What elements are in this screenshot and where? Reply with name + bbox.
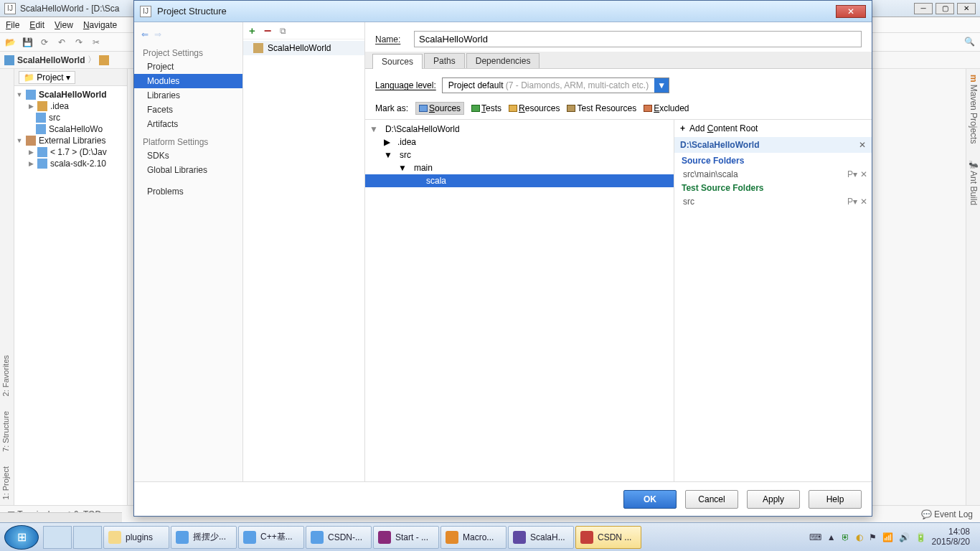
tray-icon[interactable]: ◐ [856,532,863,542]
left-tab-project[interactable]: 1: Project [1,466,12,499]
content-root-path[interactable]: D:\ScalaHelloWorld✕ [674,137,872,153]
tab-paths[interactable]: Paths [424,53,465,68]
taskbar-item[interactable]: plugins [103,526,169,549]
dir-idea[interactable]: .idea [397,137,416,147]
sidebar-facets[interactable]: Facets [134,103,242,117]
menu-file[interactable]: File [6,20,19,30]
status-sep [0,512,122,522]
edit-icon[interactable]: P▾ [847,197,857,207]
tray-icon[interactable]: ▲ [827,532,836,542]
sync-icon[interactable]: ⟳ [39,37,50,48]
cancel-button[interactable]: Cancel [685,490,738,509]
ide-title: ScalaHelloWorld - [D:\Sca [20,4,120,14]
sidebar-problems[interactable]: Problems [134,184,242,199]
menu-view[interactable]: View [55,20,73,30]
dir-scala[interactable]: scala [426,176,446,186]
fwd-icon[interactable]: ⇒ [154,29,161,39]
tab-dependencies[interactable]: Dependencies [466,53,540,68]
edit-icon[interactable]: P▾ [847,169,857,179]
tray-flag-icon[interactable]: ⚑ [869,532,877,542]
taskbar-pin2[interactable] [73,526,102,549]
search-icon[interactable]: 🔍 [964,37,976,48]
ok-button[interactable]: OK [623,490,677,509]
right-tab-maven[interactable]: m Maven Projects [969,75,978,143]
tray-icon[interactable]: ⌨ [809,532,821,542]
sidebar-modules[interactable]: Modules [134,74,242,88]
open-icon[interactable]: 📂 [4,37,16,48]
breadcrumb-text[interactable]: ScalaHelloWorld [17,55,85,65]
sidebar-project[interactable]: Project [134,60,242,74]
mark-test-resources[interactable]: Test Resources [567,103,636,113]
tray-volume-icon[interactable]: 🔊 [899,532,910,542]
tab-sources[interactable]: Sources [372,54,423,69]
tree-sdk[interactable]: scala-sdk-2.10 [50,159,106,169]
taskbar-item[interactable]: Macro... [440,526,507,549]
module-name-input[interactable] [414,31,862,47]
dir-main[interactable]: main [414,163,433,173]
tree-idea[interactable]: .idea [50,101,69,111]
tray-icon[interactable]: ⛨ [842,532,850,542]
undo-icon[interactable]: ↶ [56,37,67,48]
copy-module-icon[interactable]: ⧉ [280,26,286,36]
status-eventlog[interactable]: 💬 Event Log [921,509,973,519]
system-tray[interactable]: ⌨ ▲ ⛨ ◐ ⚑ 📶 🔊 🔋 14:08 2015/8/20 [804,527,976,546]
add-content-root-label[interactable]: Add Content Root [689,123,758,133]
help-button[interactable]: Help [809,490,862,509]
mark-excluded[interactable]: Excluded [644,103,689,113]
tree-root[interactable]: ScalaHelloWorld [39,90,106,100]
taskbar-item[interactable]: C++基... [238,526,304,549]
dialog-titlebar[interactable]: IJ Project Structure ✕ [134,1,872,22]
left-tab-structure[interactable]: 7: Structure [1,411,12,452]
save-icon[interactable]: 💾 [22,37,33,48]
taskbar-item[interactable]: Start - ... [373,526,439,549]
chevron-down-icon[interactable]: ▼ [654,78,669,93]
tree-module[interactable]: ScalaHelloWo [49,124,103,134]
source-tree[interactable]: ▼D:\ScalaHelloWorld ▶.idea ▼src ▼main ▶s… [365,120,674,481]
sidebar-artifacts[interactable]: Artifacts [134,117,242,131]
mark-tests[interactable]: Tests [471,103,501,113]
right-tab-ant[interactable]: 🐜 Ant Build [969,159,978,205]
cut-icon[interactable]: ✂ [90,37,102,48]
dir-src[interactable]: src [400,150,411,160]
sidebar-libraries[interactable]: Libraries [134,88,242,103]
menu-navigate[interactable]: Navigate [83,20,117,30]
module-list-item[interactable]: ScalaHelloWorld [243,41,364,55]
remove-root-icon[interactable]: ✕ [859,140,866,150]
close-button[interactable]: ✕ [957,3,976,14]
sidebar-global-libs[interactable]: Global Libraries [134,163,242,177]
taskbar-item[interactable]: ScalaH... [508,526,574,549]
add-content-root-icon[interactable]: + [680,123,685,133]
source-folder-item[interactable]: src\main\scalaP▾✕ [674,169,872,180]
menu-edit[interactable]: Edit [29,20,44,30]
start-button[interactable]: ⊞ [4,525,39,550]
left-gutter: 2: Favorites 7: Structure 1: Project [0,69,14,505]
tree-extlib[interactable]: External Libraries [39,136,105,146]
remove-icon[interactable]: ✕ [860,169,867,179]
remove-icon[interactable]: ✕ [860,197,867,207]
taskbar-item-active[interactable]: CSDN ... [575,526,641,549]
project-view-selector[interactable]: 📁 Project ▾ [19,71,75,84]
minimize-button[interactable]: ─ [914,3,933,14]
test-folder-item[interactable]: srcP▾✕ [674,196,872,207]
tray-clock[interactable]: 14:08 2015/8/20 [932,527,970,546]
language-level-select[interactable]: Project default (7 - Diamonds, ARM, mult… [442,77,669,93]
tree-jdk[interactable]: < 1.7 > (D:\Jav [50,147,107,157]
mark-resources[interactable]: Resources [509,103,560,113]
remove-module-icon[interactable]: − [264,24,272,37]
taskbar-item[interactable]: CSDN-... [306,526,372,549]
taskbar-chrome[interactable] [43,526,72,549]
add-module-icon[interactable]: + [249,24,255,37]
mark-sources[interactable]: Sources [415,102,464,115]
taskbar-item[interactable]: 摇摆少... [171,526,237,549]
back-icon[interactable]: ⇐ [141,29,149,39]
tray-battery-icon[interactable]: 🔋 [915,532,926,542]
tree-src[interactable]: src [49,113,60,123]
tray-network-icon[interactable]: 📶 [882,532,893,542]
left-tab-favorites[interactable]: 2: Favorites [1,355,12,396]
maximize-button[interactable]: ▢ [936,3,954,14]
redo-icon[interactable]: ↷ [73,37,85,48]
dir-root[interactable]: D:\ScalaHelloWorld [385,124,460,134]
sidebar-sdks[interactable]: SDKs [134,149,242,163]
dialog-close-button[interactable]: ✕ [836,5,866,18]
apply-button[interactable]: Apply [747,490,800,509]
